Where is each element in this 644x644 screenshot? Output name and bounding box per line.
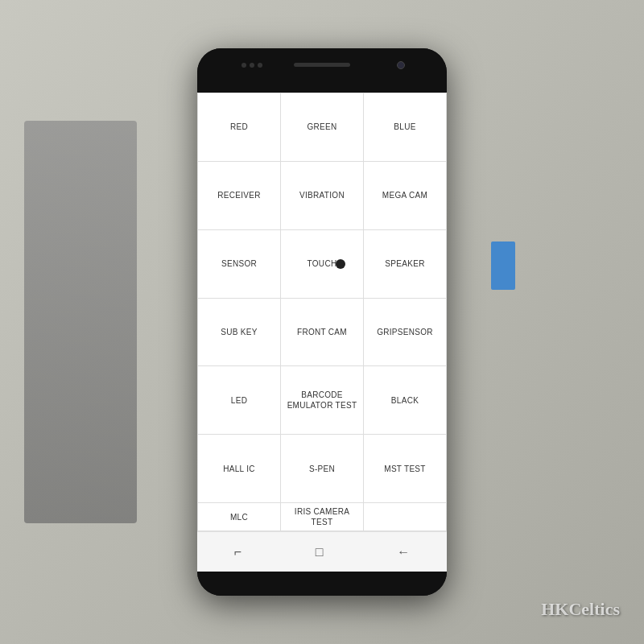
test-cell-red[interactable]: RED [198, 93, 281, 162]
test-cell-mega-cam[interactable]: MEGA CAM [364, 162, 447, 230]
speaker-grill [294, 63, 350, 67]
touch-dot [336, 259, 345, 269]
test-cell-mlc[interactable]: MLC [198, 503, 281, 531]
test-cell-blue[interactable]: BLUE [364, 93, 447, 162]
sensor-dot-2 [250, 63, 254, 68]
front-camera-dot [397, 61, 405, 69]
test-cell-led[interactable]: LED [198, 366, 281, 435]
test-cell-receiver[interactable]: RECEIVER [198, 162, 281, 230]
test-cell-mst-test[interactable]: MST TEST [364, 435, 447, 503]
back-button[interactable]: ← [397, 545, 410, 559]
watermark: HKCeltics [541, 599, 620, 620]
sensor-dot-1 [242, 63, 246, 68]
test-cell-speaker[interactable]: SPEAKER [364, 230, 447, 299]
test-cell-green[interactable]: GREEN [281, 93, 364, 162]
test-cell-empty[interactable] [364, 503, 447, 531]
test-cell-black[interactable]: BLACK [364, 366, 447, 435]
home-button[interactable]: □ [316, 545, 324, 559]
bottom-bezel [197, 572, 447, 596]
navigation-bar: ⌐ □ ← [197, 531, 447, 572]
test-cell-s-pen[interactable]: S-PEN [281, 435, 364, 503]
test-cell-sensor[interactable]: SENSOR [198, 230, 281, 299]
test-cell-touch[interactable]: TOUCH [281, 230, 364, 299]
test-cell-vibration[interactable]: VIBRATION [281, 162, 364, 230]
screen: REDGREENBLUERECEIVERVIBRATIONMEGA CAMSEN… [197, 93, 447, 531]
recent-apps-button[interactable]: ⌐ [234, 545, 242, 559]
test-cell-gripsensor[interactable]: GRIPSENSOR [364, 299, 447, 367]
sensor-dots [242, 63, 262, 68]
sensor-dot-3 [258, 63, 262, 68]
background-item-left [24, 121, 137, 523]
test-cell-front-cam[interactable]: FRONT CAM [281, 299, 364, 367]
top-bezel [197, 48, 447, 93]
test-cell-barcode[interactable]: BARCODE EMULATOR TEST [281, 366, 364, 435]
test-cell-hall-ic[interactable]: HALL IC [198, 435, 281, 503]
workbench: REDGREENBLUERECEIVERVIBRATIONMEGA CAMSEN… [0, 0, 644, 644]
blue-sticker [491, 242, 515, 290]
phone-device: REDGREENBLUERECEIVERVIBRATIONMEGA CAMSEN… [197, 48, 447, 596]
test-cell-sub-key[interactable]: SUB KEY [198, 299, 281, 367]
test-grid: REDGREENBLUERECEIVERVIBRATIONMEGA CAMSEN… [197, 93, 447, 531]
test-cell-iris-camera[interactable]: IRIS CAMERA TEST [281, 503, 364, 531]
